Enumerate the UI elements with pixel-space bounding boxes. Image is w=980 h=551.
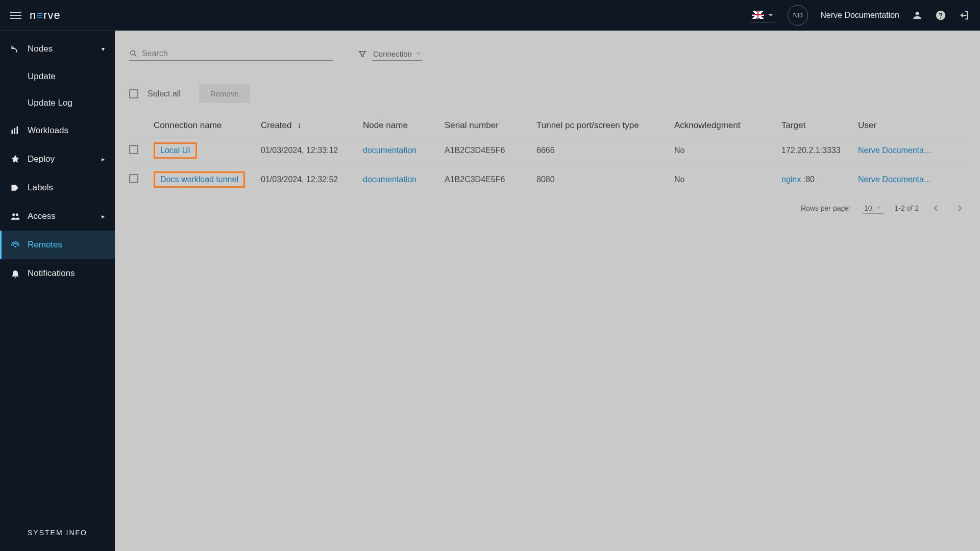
rows-per-page-value: 10 xyxy=(864,204,872,212)
svg-point-3 xyxy=(12,213,15,216)
avatar[interactable]: ND xyxy=(788,5,808,26)
svg-rect-0 xyxy=(12,130,13,134)
user-icon[interactable] xyxy=(912,10,923,21)
caret-down-icon xyxy=(876,207,881,209)
sidebar-item-label: Nodes xyxy=(28,44,53,54)
sidebar-item-label: Update xyxy=(28,71,56,81)
prev-page-button[interactable] xyxy=(930,202,942,214)
sidebar-item-deploy[interactable]: Deploy ▸ xyxy=(0,145,115,173)
node-link[interactable]: documentation xyxy=(363,175,416,184)
cell-tunnel: 8080 xyxy=(536,175,674,184)
rows-per-page-label: Rows per page: xyxy=(801,204,851,212)
svg-rect-1 xyxy=(14,128,16,134)
sidebar-item-labels[interactable]: Labels xyxy=(0,173,115,202)
workloads-icon xyxy=(10,126,20,136)
table-header: Connection name Created ↓ Node name Seri… xyxy=(129,115,966,136)
chevron-right-icon: ▸ xyxy=(102,213,105,220)
col-user[interactable]: User xyxy=(858,120,950,131)
target-suffix: :80 xyxy=(801,175,815,184)
sidebar-item-label: Labels xyxy=(28,183,53,193)
sidebar-item-update-log[interactable]: Update Log xyxy=(0,90,115,116)
menu-toggle-icon[interactable] xyxy=(10,12,21,19)
cell-ack: No xyxy=(674,146,781,155)
sidebar-item-workloads[interactable]: Workloads xyxy=(0,116,115,145)
deploy-icon xyxy=(10,154,20,164)
col-created[interactable]: Created ↓ xyxy=(261,120,363,131)
cell-serial: A1B2C3D4E5F6 xyxy=(445,175,536,184)
connections-table: Connection name Created ↓ Node name Seri… xyxy=(129,115,966,194)
bell-icon xyxy=(10,268,20,279)
sidebar-item-nodes[interactable]: Nodes ▾ xyxy=(0,35,115,63)
target-link[interactable]: nginx xyxy=(781,175,801,184)
user-link[interactable]: Nerve Documenta... xyxy=(858,175,950,184)
logo-text-post: rve xyxy=(43,9,61,22)
svg-rect-2 xyxy=(17,127,18,134)
logo: n≡rve xyxy=(30,9,61,22)
cell-ack: No xyxy=(674,175,781,184)
pagination: Rows per page: 10 1-2 of 2 xyxy=(129,202,966,214)
row-checkbox[interactable] xyxy=(129,174,138,183)
table-row: Docs workload tunnel 01/03/2024, 12:32:5… xyxy=(129,165,966,194)
help-icon[interactable] xyxy=(935,10,946,21)
sidebar-item-label: Workloads xyxy=(28,126,68,136)
cell-tunnel: 6666 xyxy=(536,146,674,155)
remove-button[interactable]: Remove xyxy=(199,84,250,103)
user-label: Nerve Documentation xyxy=(820,11,899,20)
sidebar-item-label: Update Log xyxy=(28,98,72,108)
col-ack[interactable]: Acknowledgment xyxy=(674,120,781,131)
next-page-button[interactable] xyxy=(953,202,966,214)
col-serial[interactable]: Serial number xyxy=(445,120,536,131)
search-input[interactable] xyxy=(142,49,333,58)
system-info-button[interactable]: SYSTEM INFO xyxy=(0,519,115,551)
col-node-name[interactable]: Node name xyxy=(363,120,445,131)
sidebar-item-notifications[interactable]: Notifications xyxy=(0,259,115,288)
search-icon xyxy=(129,49,138,58)
flag-uk-icon xyxy=(752,11,764,19)
svg-point-5 xyxy=(131,51,135,55)
logo-text-e: ≡ xyxy=(36,9,43,22)
nodes-icon xyxy=(10,44,20,54)
logo-text-pre: n xyxy=(30,9,36,22)
target-suffix: 172.20.2.1:3333 xyxy=(781,146,841,155)
sidebar-item-label: Notifications xyxy=(28,268,75,279)
connection-link[interactable]: Docs workload tunnel xyxy=(154,171,245,188)
rows-per-page-select[interactable]: 10 xyxy=(862,203,884,214)
col-tunnel[interactable]: Tunnel pc port/screen type xyxy=(536,120,674,131)
filter-icon[interactable] xyxy=(358,49,367,59)
sidebar-item-access[interactable]: Access ▸ xyxy=(0,202,115,231)
table-row: Local UI 01/03/2024, 12:33:12 documentat… xyxy=(129,136,966,165)
sidebar-item-remotes[interactable]: Remotes xyxy=(0,231,115,259)
logout-icon[interactable] xyxy=(959,10,970,21)
remotes-icon xyxy=(10,240,20,250)
select-all-checkbox[interactable] xyxy=(129,89,138,98)
caret-down-icon xyxy=(416,53,421,55)
cell-target: 172.20.2.1:3333 xyxy=(781,146,858,155)
filter-label-text: Connection xyxy=(373,49,412,58)
select-all-label: Select all xyxy=(148,89,181,98)
caret-down-icon xyxy=(768,14,773,16)
avatar-initials: ND xyxy=(793,11,803,19)
chevron-right-icon: ▸ xyxy=(102,156,105,163)
search-field[interactable] xyxy=(129,47,333,61)
filter-dropdown[interactable]: Connection xyxy=(372,47,422,61)
col-connection-name[interactable]: Connection name xyxy=(154,120,261,131)
language-selector[interactable] xyxy=(750,8,775,22)
sidebar-item-update[interactable]: Update xyxy=(0,63,115,90)
cell-target: nginx :80 xyxy=(781,175,858,184)
row-checkbox[interactable] xyxy=(129,145,138,154)
access-icon xyxy=(10,211,20,221)
chevron-down-icon: ▾ xyxy=(102,45,105,53)
sidebar-item-label: Remotes xyxy=(28,240,62,250)
connection-link[interactable]: Local UI xyxy=(154,142,197,159)
cell-serial: A1B2C3D4E5F6 xyxy=(445,146,536,155)
col-target[interactable]: Target xyxy=(781,120,858,131)
sort-desc-icon: ↓ xyxy=(297,120,302,131)
app-header: n≡rve ND Nerve Documentation xyxy=(0,0,980,31)
pagination-range: 1-2 of 2 xyxy=(895,204,919,212)
node-link[interactable]: documentation xyxy=(363,146,416,155)
sidebar-item-label: Access xyxy=(28,211,56,221)
svg-point-4 xyxy=(16,213,18,216)
user-link[interactable]: Nerve Documenta... xyxy=(858,146,950,155)
sidebar: Nodes ▾ Update Update Log Workloads Depl… xyxy=(0,31,115,551)
cell-created: 01/03/2024, 12:33:12 xyxy=(261,146,363,155)
